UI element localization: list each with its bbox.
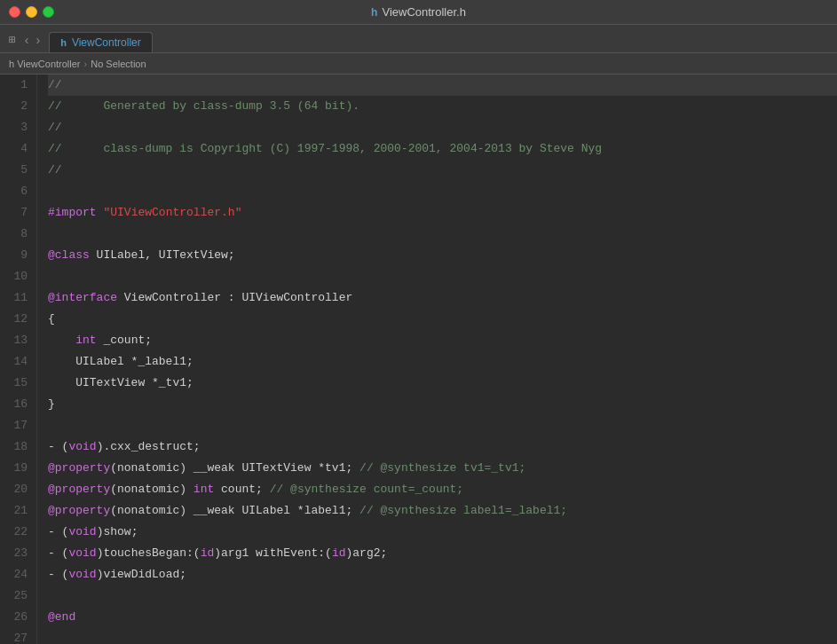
line-num-5: 5 xyxy=(7,160,28,181)
code-line-15: UITextView *_tv1; xyxy=(48,373,837,394)
code-editor[interactable]: 1 2 3 4 5 6 7 8 9 10 11 12 13 14 15 16 1… xyxy=(0,75,837,644)
line-num-18: 18 xyxy=(7,436,28,458)
line-num-21: 21 xyxy=(7,500,28,522)
code-line-24: - (void)viewDidLoad; xyxy=(48,564,837,585)
line-num-1: 1 xyxy=(7,75,28,96)
code-line-4: // class-dump is Copyright (C) 1997-1998… xyxy=(48,138,837,160)
code-content[interactable]: // // Generated by class-dump 3.5 (64 bi… xyxy=(37,75,837,644)
line-num-24: 24 xyxy=(7,564,28,585)
code-line-6 xyxy=(48,181,837,202)
line-num-27: 27 xyxy=(7,628,28,644)
tab-label: ViewController xyxy=(72,36,141,49)
code-line-13: int _count; xyxy=(48,330,837,351)
line-num-7: 7 xyxy=(7,202,28,224)
line-num-22: 22 xyxy=(7,522,28,543)
nav-buttons: ‹ › xyxy=(23,33,42,52)
line-num-11: 11 xyxy=(7,287,28,309)
code-line-18: - (void).cxx_destruct; xyxy=(48,436,837,458)
code-line-23: - (void)touchesBegan:(id)arg1 withEvent:… xyxy=(48,543,837,564)
line-num-10: 10 xyxy=(7,266,28,287)
code-line-5: // xyxy=(48,160,837,181)
code-line-20: @property(nonatomic) int count; // @synt… xyxy=(48,479,837,500)
line-num-15: 15 xyxy=(7,373,28,394)
code-line-26: @end xyxy=(48,607,837,628)
line-num-6: 6 xyxy=(7,181,28,202)
line-num-3: 3 xyxy=(7,117,28,138)
code-line-2: // Generated by class-dump 3.5 (64 bit). xyxy=(48,96,837,117)
code-line-21: @property(nonatomic) __weak UILabel *lab… xyxy=(48,500,837,522)
code-line-25 xyxy=(48,585,837,607)
line-num-23: 23 xyxy=(7,543,28,564)
line-num-16: 16 xyxy=(7,394,28,415)
code-line-3: // xyxy=(48,117,837,138)
code-line-22: - (void)show; xyxy=(48,522,837,543)
code-line-10 xyxy=(48,266,837,287)
line-num-4: 4 xyxy=(7,138,28,160)
maximize-button[interactable] xyxy=(43,6,54,18)
code-line-8 xyxy=(48,224,837,245)
line-num-8: 8 xyxy=(7,224,28,245)
grid-icon[interactable]: ⊞ xyxy=(9,33,16,52)
file-icon: h xyxy=(371,6,377,19)
breadcrumb-part2: No Selection xyxy=(91,59,146,69)
code-line-17 xyxy=(48,415,837,436)
code-line-1: // xyxy=(48,75,837,96)
line-numbers: 1 2 3 4 5 6 7 8 9 10 11 12 13 14 15 16 1… xyxy=(0,75,37,644)
code-line-16: } xyxy=(48,394,837,415)
line-num-20: 20 xyxy=(7,479,28,500)
tab-file-icon: h xyxy=(60,37,67,48)
code-line-14: UILabel *_label1; xyxy=(48,351,837,373)
code-line-19: @property(nonatomic) __weak UITextView *… xyxy=(48,458,837,479)
code-line-7: #import "UIViewController.h" xyxy=(48,202,837,224)
line-num-26: 26 xyxy=(7,607,28,628)
minimize-button[interactable] xyxy=(26,6,37,18)
titlebar: h ViewController.h xyxy=(0,0,837,25)
window-title: h ViewController.h xyxy=(371,5,466,19)
tabbar: ⊞ ‹ › h ViewController xyxy=(0,25,837,53)
line-num-25: 25 xyxy=(7,585,28,607)
breadcrumb-separator: › xyxy=(84,59,88,69)
line-num-9: 9 xyxy=(7,245,28,266)
breadcrumb: h ViewController › No Selection xyxy=(0,53,837,75)
close-button[interactable] xyxy=(9,6,20,18)
line-num-17: 17 xyxy=(7,415,28,436)
file-tab[interactable]: h ViewController xyxy=(49,32,153,52)
line-num-12: 12 xyxy=(7,309,28,330)
back-button[interactable]: ‹ xyxy=(23,33,31,47)
code-line-27 xyxy=(48,628,837,644)
forward-button[interactable]: › xyxy=(35,33,43,47)
line-num-19: 19 xyxy=(7,458,28,479)
breadcrumb-part1: h ViewController xyxy=(9,59,81,69)
line-num-2: 2 xyxy=(7,96,28,117)
traffic-lights xyxy=(9,6,54,18)
line-num-13: 13 xyxy=(7,330,28,351)
code-line-11: @interface ViewController : UIViewContro… xyxy=(48,287,837,309)
code-line-12: { xyxy=(48,309,837,330)
code-line-9: @class UILabel, UITextView; xyxy=(48,245,837,266)
line-num-14: 14 xyxy=(7,351,28,373)
